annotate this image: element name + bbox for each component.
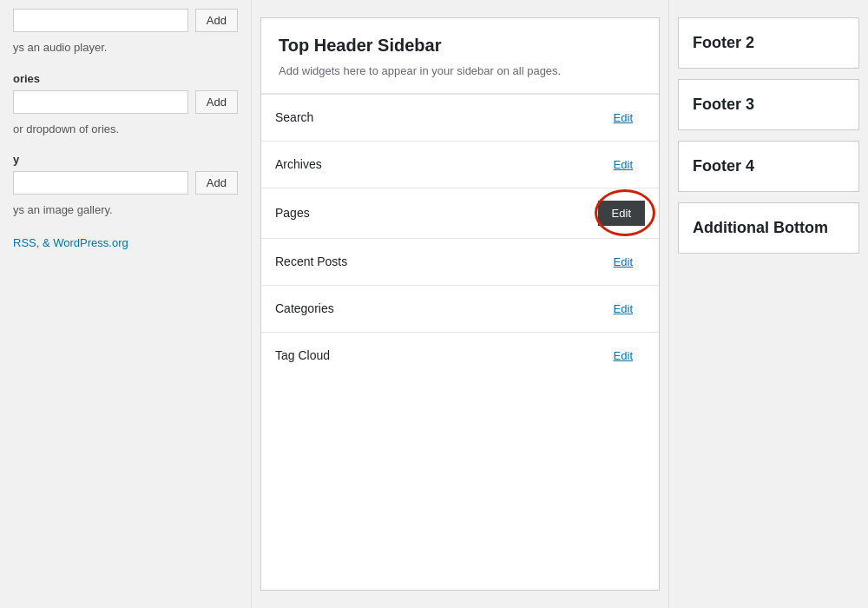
widget-name-recent-posts: Recent Posts <box>275 254 347 268</box>
footer-4-title: Footer 4 <box>693 157 845 175</box>
right-panel: Footer 2 Footer 3 Footer 4 Additional Bo… <box>668 0 868 608</box>
widget-item-pages: Pages Edit <box>261 188 659 238</box>
audio-add-button[interactable]: Add <box>195 9 238 32</box>
audio-widget: Add ys an audio player. <box>13 9 238 56</box>
gallery-title: y <box>13 153 238 166</box>
sidebar-description: Add widgets here to appear in your sideb… <box>279 63 641 80</box>
gallery-add-button[interactable]: Add <box>195 171 238 195</box>
edit-button-recent-posts[interactable]: Edit <box>602 251 645 273</box>
footer-2-title: Footer 2 <box>693 34 845 52</box>
left-panel: Add ys an audio player. ories Add or dro… <box>0 0 252 608</box>
gallery-desc: ys an image gallery. <box>13 202 238 219</box>
sidebar-header: Top Header Sidebar Add widgets here to a… <box>261 18 659 94</box>
edit-button-tag-cloud[interactable]: Edit <box>602 345 645 367</box>
rss-link[interactable]: RSS, & WordPress.org <box>13 236 128 249</box>
footer-3-section: Footer 3 <box>678 79 859 130</box>
categories-input[interactable] <box>13 90 188 114</box>
widget-name-search: Search <box>275 110 313 124</box>
widget-item-recent-posts: Recent Posts Edit <box>261 238 659 285</box>
footer-link-text: RSS, & WordPress.org <box>13 235 238 252</box>
footer-3-title: Footer 3 <box>693 96 845 114</box>
widget-item-categories: Categories Edit <box>261 285 659 332</box>
widget-item-archives: Archives Edit <box>261 141 659 188</box>
widget-name-tag-cloud: Tag Cloud <box>275 348 330 362</box>
audio-desc: ys an audio player. <box>13 39 238 56</box>
categories-title: ories <box>13 72 238 85</box>
footer-link-widget: RSS, & WordPress.org <box>13 235 238 252</box>
edit-button-search[interactable]: Edit <box>602 107 645 129</box>
widget-item-tag-cloud: Tag Cloud Edit <box>261 332 659 379</box>
footer-2-section: Footer 2 <box>678 17 859 69</box>
gallery-widget: y Add ys an image gallery. <box>13 153 238 219</box>
edit-button-archives[interactable]: Edit <box>602 154 645 175</box>
categories-desc: or dropdown of ories. <box>13 121 238 138</box>
middle-panel: Top Header Sidebar Add widgets here to a… <box>260 17 660 591</box>
audio-input[interactable] <box>13 9 188 32</box>
categories-widget: ories Add or dropdown of ories. <box>13 72 238 138</box>
footer-4-section: Footer 4 <box>678 141 859 192</box>
categories-add-button[interactable]: Add <box>195 90 238 114</box>
additional-bottom-section: Additional Bottom <box>678 202 859 254</box>
additional-bottom-title: Additional Bottom <box>693 219 845 237</box>
widget-name-categories: Categories <box>275 301 334 315</box>
widget-name-pages: Pages <box>275 206 310 220</box>
sidebar-title: Top Header Sidebar <box>279 36 641 56</box>
widget-name-archives: Archives <box>275 157 322 171</box>
gallery-input[interactable] <box>13 171 188 195</box>
edit-button-categories[interactable]: Edit <box>602 298 645 320</box>
edit-button-pages[interactable]: Edit <box>598 201 645 226</box>
widget-item-search: Search Edit <box>261 94 659 141</box>
